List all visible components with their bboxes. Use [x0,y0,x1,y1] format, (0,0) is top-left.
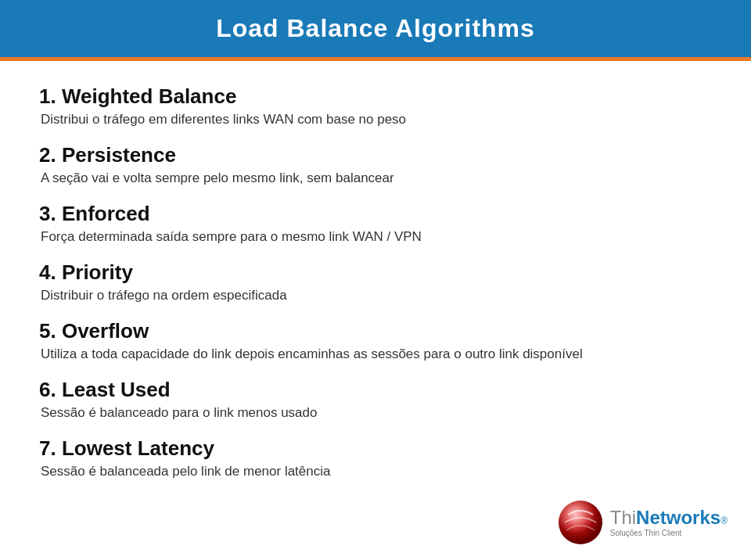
item-2-desc: A seção vai e volta sempre pelo mesmo li… [41,169,712,188]
list-item: 5. Overflow Utiliza a toda capacidade do… [39,319,712,364]
header: Load Balance Algorithms [0,0,751,57]
item-1-desc: Distribui o tráfego em diferentes links … [41,110,712,129]
logo-sphere-icon [557,499,604,546]
item-1-title: 1. Weighted Balance [39,84,712,109]
item-5-title: 5. Overflow [39,319,712,343]
logo-thin: Thi [610,508,636,527]
header-title: Load Balance Algorithms [216,14,535,42]
item-3-desc: Força determinada saída sempre para o me… [41,228,712,246]
logo-registered: ® [720,515,728,526]
item-4-title: 4. Priority [39,260,712,285]
logo-text: Thi Networks ® Soluções Thin Client [610,508,728,537]
item-5-desc: Utiliza a toda capacidade do link depois… [41,345,712,364]
item-3-title: 3. Enforced [39,202,712,226]
list-item: 1. Weighted Balance Distribui o tráfego … [39,84,712,129]
list-item: 4. Priority Distribuir o tráfego na orde… [39,260,712,305]
logo-name-line: Thi Networks ® [610,508,728,527]
footer-logo: Thi Networks ® Soluções Thin Client [557,499,728,546]
item-6-desc: Sessão é balanceado para o link menos us… [41,404,712,422]
list-item: 2. Persistence A seção vai e volta sempr… [39,143,712,188]
content: 1. Weighted Balance Distribui o tráfego … [0,61,751,511]
item-6-title: 6. Least Used [39,378,712,402]
logo-sub: Soluções Thin Client [610,529,682,537]
item-2-title: 2. Persistence [39,143,712,167]
logo-networks: Networks [636,508,720,527]
item-7-title: 7. Lowest Latency [39,436,712,461]
item-4-desc: Distribuir o tráfego na ordem especifica… [41,286,712,305]
item-7-desc: Sessão é balanceada pelo link de menor l… [41,462,712,481]
list-item: 3. Enforced Força determinada saída semp… [39,202,712,246]
list-item: 6. Least Used Sessão é balanceado para o… [39,378,712,422]
list-item: 7. Lowest Latency Sessão é balanceada pe… [39,436,712,481]
